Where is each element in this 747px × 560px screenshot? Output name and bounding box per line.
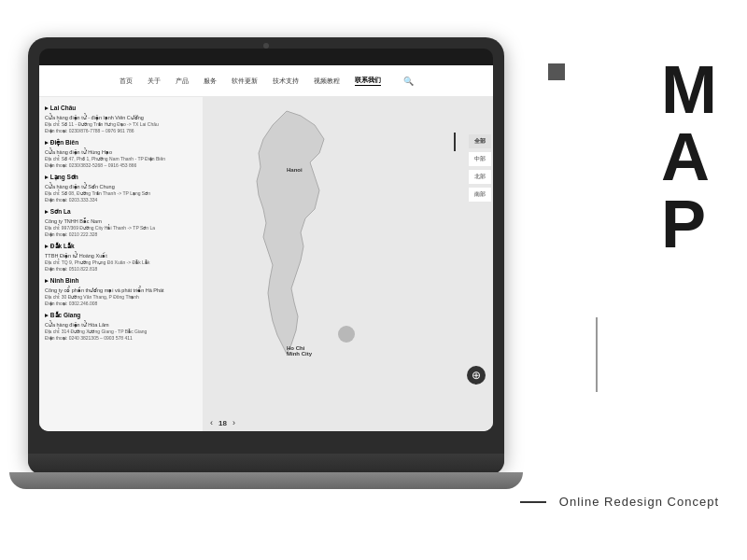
map-title-m: M [661,56,719,123]
search-icon[interactable]: 🔍 [403,77,414,86]
region-lang-son-title: ▸ Lạng Sơn [45,174,197,181]
vietnam-map-svg [221,106,352,386]
region-lai-chau: ▸ Lai Châu Cửa hàng điện tử - điện lạnh … [45,105,197,133]
region-dak-lak-title: ▸ Đắk Lắk [45,243,197,250]
region-dak-lak: ▸ Đắk Lắk TTBH Điện tử Hoàng Xuất Địa ch… [45,243,197,272]
filter-south[interactable]: 南部 [469,188,491,202]
laptop-wrapper: 首页 关于 产品 服务 软件更新 技术支持 视频教程 联系我们 🔍 [19,28,514,532]
region-son-la-title: ▸ Sơn La [45,208,197,216]
zoom-control[interactable]: ⊕ [467,366,486,385]
list-item: Công ty TNHH Bắc Nam Địa chỉ: 997/369 Đư… [45,218,197,237]
nav-contact[interactable]: 联系我们 [355,76,381,86]
pagination: ‹ 18 › [210,418,235,427]
hcmc-label: Ho Chi Minh City [287,345,312,357]
filter-central[interactable]: 中部 [469,152,491,166]
webcam [263,43,269,49]
filter-north[interactable]: 北部 [469,170,491,184]
next-page-button[interactable]: › [233,418,235,427]
nav-items: 首页 关于 产品 服务 软件更新 技术支持 视频教程 联系我们 🔍 [120,76,414,86]
nav-video[interactable]: 视频教程 [314,77,340,86]
nav-about[interactable]: 关于 [148,77,161,86]
laptop-base [28,454,504,474]
page-number: 18 [218,419,227,427]
screen-bezel: 首页 关于 产品 服务 软件更新 技术支持 视频教程 联系我们 🔍 [39,49,493,431]
region-bac-giang: ▸ Bắc Giang Cửa hàng điện tử Hòa Lâm Địa… [45,312,197,341]
map-area: Hanoi Ho Chi Minh City 全 [203,97,493,431]
nav-support[interactable]: 技术支持 [273,77,299,86]
screen-content: 首页 关于 产品 服务 软件更新 技术支持 视频教程 联系我们 🔍 [39,65,493,431]
nav-software[interactable]: 软件更新 [232,77,258,86]
main-content-area: ▸ Lai Châu Cửa hàng điện tử - điện lạnh … [39,97,493,431]
map-location-dot [338,326,355,343]
region-lai-chau-title: ▸ Lai Châu [45,105,197,112]
dash-line [520,501,546,503]
laptop-body: 首页 关于 产品 服务 软件更新 技术支持 视频教程 联系我们 🔍 [28,37,504,467]
map-title-a: A [661,123,712,190]
region-dien-bien: ▸ Điện Biên Cửa hàng điện tử Hùng Hạo Đị… [45,139,197,168]
decorative-square [548,63,565,80]
filter-divider [454,133,456,151]
region-ninh-binh-title: ▸ Ninh Bình [45,277,197,285]
list-item: Công ty cổ phần thương mại và phát triển… [45,287,197,306]
bottom-label-text: Online Redesign Concept [559,495,719,509]
list-item: Cửa hàng điện tử Hòa Lâm Địa chỉ: 314 Đư… [45,322,197,341]
hanoi-label: Hanoi [287,167,303,173]
region-filter-panel: 全部 中部 北部 南部 [469,134,491,202]
region-bac-giang-title: ▸ Bắc Giang [45,312,197,319]
prev-page-button[interactable]: ‹ [210,418,213,427]
map-title-p: P [661,190,708,258]
nav-service[interactable]: 服务 [204,77,217,86]
location-list: ▸ Lai Châu Cửa hàng điện tử - điện lạnh … [39,97,203,431]
map-title-panel: M A P [661,56,719,258]
nav-home[interactable]: 首页 [120,77,133,86]
nav-product[interactable]: 产品 [176,77,189,86]
region-lang-son: ▸ Lạng Sơn Cửa hàng điện tử Sơn Chung Đị… [45,174,197,203]
region-dien-bien-title: ▸ Điện Biên [45,139,197,147]
list-item: TTBH Điện tử Hoàng Xuất Địa chỉ: TQ 9, P… [45,253,197,272]
region-ninh-binh: ▸ Ninh Bình Công ty cổ phần thương mại v… [45,277,197,306]
list-item: Cửa hàng điện tử - điện lạnh Viên Cường … [45,115,197,133]
region-son-la: ▸ Sơn La Công ty TNHH Bắc Nam Địa chỉ: 9… [45,208,197,237]
filter-all[interactable]: 全部 [469,134,491,148]
list-item: Cửa hàng điện tử Sơn Chung Địa chỉ: Số 0… [45,184,197,203]
vertical-accent-line [596,317,598,392]
list-item: Cửa hàng điện tử Hùng Hạo Địa chỉ: Số 47… [45,149,197,168]
laptop-base-lip [9,472,523,489]
navbar: 首页 关于 产品 服务 软件更新 技术支持 视频教程 联系我们 🔍 [39,65,493,97]
bottom-label-area: Online Redesign Concept [520,495,719,509]
